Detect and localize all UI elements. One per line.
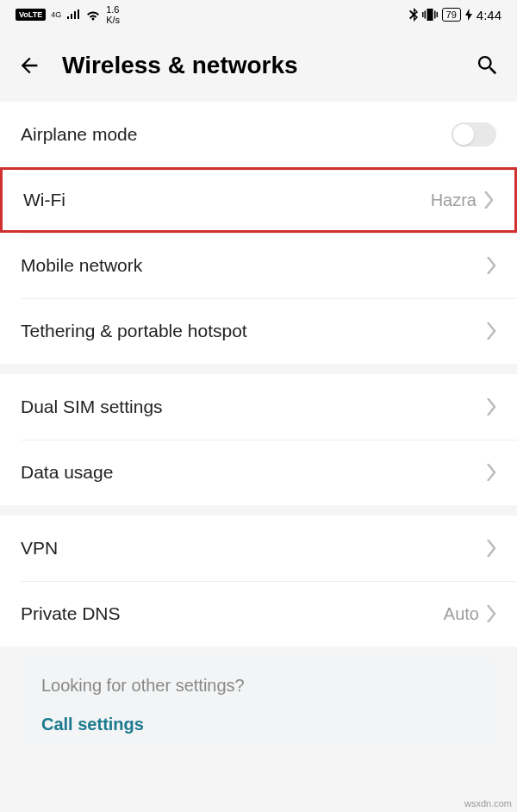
- airplane-mode-toggle[interactable]: [452, 122, 496, 147]
- data-usage-row[interactable]: Data usage: [0, 440, 517, 505]
- dual-sim-row[interactable]: Dual SIM settings: [0, 374, 517, 440]
- airplane-mode-row[interactable]: Airplane mode: [0, 102, 517, 167]
- chevron-right-icon: [486, 322, 496, 340]
- tethering-row[interactable]: Tethering & portable hotspot: [0, 298, 517, 364]
- row-label: Tethering & portable hotspot: [21, 321, 486, 341]
- row-value: Auto: [444, 604, 479, 624]
- row-label: Dual SIM settings: [21, 397, 486, 417]
- data-speed: 1.6 K/s: [106, 4, 120, 25]
- row-value: Hazra: [431, 191, 477, 210]
- volte-badge: VoLTE: [16, 9, 46, 21]
- status-left: VoLTE 4G 1.6 K/s: [16, 4, 120, 25]
- search-icon[interactable]: [476, 53, 500, 78]
- more-settings-prompt: Looking for other settings?: [41, 676, 476, 696]
- chevron-right-icon: [483, 191, 494, 209]
- wifi-icon: [85, 9, 101, 21]
- mobile-network-row[interactable]: Mobile network: [0, 233, 517, 298]
- bluetooth-icon: [409, 8, 418, 22]
- row-label: Private DNS: [21, 603, 444, 624]
- chevron-right-icon: [486, 605, 496, 622]
- wifi-row[interactable]: Wi-Fi Hazra: [0, 167, 517, 233]
- signal-icon: [66, 9, 80, 20]
- chevron-right-icon: [486, 257, 496, 274]
- more-settings-card: Looking for other settings? Call setting…: [21, 657, 496, 748]
- clock-time: 4:44: [477, 8, 501, 22]
- battery-indicator: 79: [442, 8, 461, 22]
- toggle-knob: [453, 124, 474, 145]
- vibrate-icon: [422, 9, 438, 21]
- status-right: 79 4:44: [409, 8, 501, 22]
- charging-icon: [465, 9, 472, 21]
- status-bar: VoLTE 4G 1.6 K/s 79 4:44: [0, 0, 517, 29]
- row-label: Mobile network: [21, 255, 486, 276]
- chevron-right-icon: [486, 464, 496, 481]
- row-label: VPN: [21, 538, 486, 559]
- page-header: Wireless & networks: [0, 29, 517, 102]
- row-label: Airplane mode: [21, 124, 452, 145]
- chevron-right-icon: [486, 398, 496, 415]
- network-type: 4G: [51, 11, 61, 19]
- settings-section: Airplane mode Wi-Fi Hazra Mobile network…: [0, 102, 517, 364]
- watermark: wsxdn.com: [464, 798, 512, 809]
- settings-section: Dual SIM settings Data usage: [0, 374, 517, 505]
- chevron-right-icon: [486, 540, 496, 557]
- vpn-row[interactable]: VPN: [0, 515, 517, 581]
- row-label: Wi-Fi: [23, 190, 431, 210]
- row-label: Data usage: [21, 462, 486, 483]
- private-dns-row[interactable]: Private DNS Auto: [0, 581, 517, 646]
- back-arrow-icon[interactable]: [17, 53, 41, 78]
- call-settings-link[interactable]: Call settings: [41, 715, 476, 734]
- page-title: Wireless & networks: [62, 52, 455, 79]
- settings-section: VPN Private DNS Auto: [0, 515, 517, 646]
